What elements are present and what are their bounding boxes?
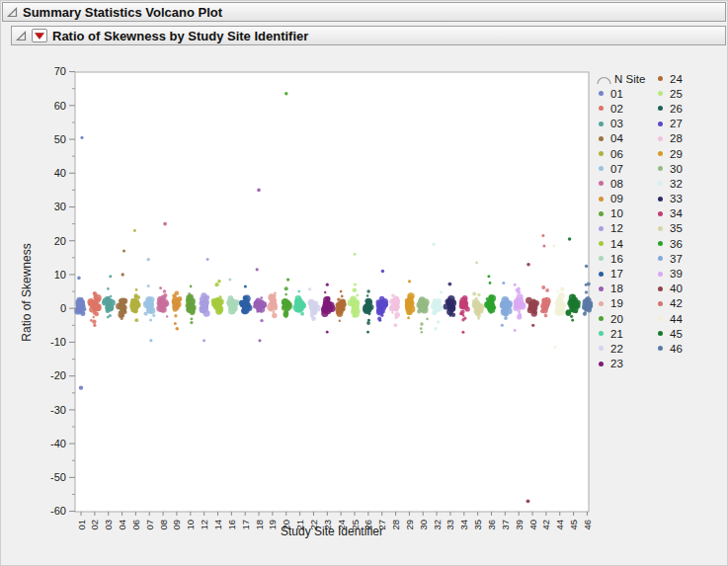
data-point[interactable] [133,304,139,310]
outlier-point[interactable] [147,258,150,261]
data-point[interactable] [341,295,344,298]
data-point[interactable] [94,295,98,299]
data-point[interactable] [120,313,123,317]
data-point[interactable] [191,318,194,321]
legend-item-25[interactable]: 25 [655,86,710,101]
data-point[interactable] [504,316,508,320]
data-point[interactable] [426,318,429,321]
data-point[interactable] [546,299,551,304]
data-point[interactable] [270,294,273,297]
outlier-point[interactable] [176,327,180,331]
data-point[interactable] [544,314,548,318]
data-point[interactable] [188,292,191,295]
legend-item-02[interactable]: 02 [596,101,651,116]
data-point[interactable] [531,308,535,312]
data-point[interactable] [255,303,263,311]
outlier-point[interactable] [228,279,231,282]
legend-item-33[interactable]: 33 [655,192,710,206]
data-point[interactable] [540,309,544,313]
legend-item-09[interactable]: 09 [596,192,651,206]
outlier-point[interactable] [80,136,83,139]
data-point[interactable] [544,304,549,309]
legend-item-42[interactable]: 42 [655,296,710,311]
data-point[interactable] [558,292,565,299]
legend-item-34[interactable]: 34 [655,206,710,221]
data-point[interactable] [462,314,465,317]
data-point[interactable] [444,303,449,309]
data-point[interactable] [172,299,178,305]
outlier-point[interactable] [354,283,357,286]
data-point[interactable] [391,311,394,314]
outlier-point[interactable] [206,258,209,261]
data-point[interactable] [269,302,273,306]
legend-item-45[interactable]: 45 [655,326,710,341]
data-point[interactable] [161,303,165,307]
data-point[interactable] [420,322,424,326]
legend-item-08[interactable]: 08 [596,176,651,191]
legend-item-27[interactable]: 27 [655,117,710,131]
data-point[interactable] [240,300,246,306]
data-point[interactable] [353,303,360,310]
outlier-point[interactable] [461,331,464,334]
data-point[interactable] [585,290,588,293]
data-point[interactable] [228,303,235,310]
data-point[interactable] [560,287,564,291]
legend-item-01[interactable]: 01 [596,86,651,101]
outlier-point[interactable] [585,283,588,286]
outlier-point[interactable] [354,253,357,256]
legend-item-03[interactable]: 03 [596,117,651,131]
data-point[interactable] [572,294,575,297]
red-triangle-menu-button[interactable] [32,29,47,42]
data-point[interactable] [448,297,451,300]
data-point[interactable] [541,285,545,289]
data-point[interactable] [166,315,168,317]
legend-item-26[interactable]: 26 [655,101,710,116]
disclosure-triangle-icon[interactable] [7,7,18,18]
outlier-point[interactable] [542,244,545,247]
outlier-point[interactable] [149,339,152,342]
legend-item-22[interactable]: 22 [596,341,651,356]
data-point[interactable] [147,302,152,307]
outlier-point[interactable] [432,243,435,246]
data-point[interactable] [472,291,476,295]
outlier-point[interactable] [477,317,480,320]
outlier-point[interactable] [174,322,177,325]
outlier-point[interactable] [514,329,517,332]
data-point[interactable] [391,293,395,297]
legend-item-44[interactable]: 44 [655,311,710,326]
outlier-point[interactable] [340,290,343,293]
outlier-point[interactable] [571,319,574,322]
outlier-point[interactable] [257,189,261,193]
outlier-point[interactable] [568,237,571,240]
legend-item-35[interactable]: 35 [655,221,710,236]
outlier-point[interactable] [326,331,329,334]
data-point[interactable] [451,313,455,317]
outlier-point[interactable] [298,290,301,293]
data-point[interactable] [432,310,437,315]
data-point[interactable] [300,312,304,316]
data-point[interactable] [440,290,443,293]
legend-item-23[interactable]: 23 [596,357,651,371]
outlier-point[interactable] [378,319,381,322]
data-point[interactable] [449,308,452,311]
legend-item-12[interactable]: 12 [596,221,651,236]
data-point[interactable] [353,311,360,318]
data-point[interactable] [364,298,369,303]
data-point[interactable] [283,299,287,303]
data-point[interactable] [147,284,150,287]
outlier-point[interactable] [122,250,125,253]
data-point[interactable] [477,306,482,311]
outlier-point[interactable] [552,245,555,248]
outlier-point[interactable] [109,275,112,278]
data-point[interactable] [325,307,332,314]
data-point[interactable] [531,301,538,308]
data-point[interactable] [405,301,410,306]
legend-item-19[interactable]: 19 [596,296,651,311]
legend-item-18[interactable]: 18 [596,282,651,296]
outlier-point[interactable] [284,92,287,95]
data-point[interactable] [433,298,437,302]
outlier-point[interactable] [274,292,277,295]
data-point[interactable] [215,283,219,286]
outlier-point[interactable] [202,339,205,342]
data-point[interactable] [366,303,371,308]
